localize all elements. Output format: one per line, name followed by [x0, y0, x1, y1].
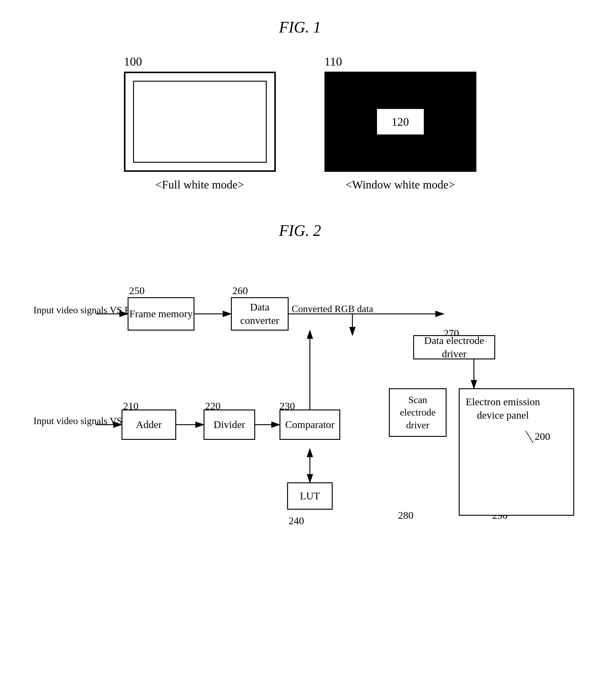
fig2-title: FIG. 2 [24, 222, 576, 240]
converted-rgb-label: Converted RGB data [292, 303, 373, 315]
window-white-caption: <Window white mode> [345, 178, 455, 191]
full-white-inner [133, 81, 267, 163]
ref-250: 250 [129, 285, 145, 297]
ref-110: 110 [325, 54, 342, 69]
fig1-container: 100 <Full white mode> 110 120 <Window wh… [24, 54, 576, 191]
svg-line-14 [526, 431, 533, 443]
divider-block: Divider [203, 409, 255, 440]
ref-260: 260 [233, 285, 248, 297]
fig1-title: FIG. 1 [24, 18, 576, 36]
frame-memory-block: Frame memory [127, 297, 194, 330]
full-white-box [124, 72, 276, 172]
scan-electrode-text: Scan electrode driver [400, 394, 435, 432]
full-white-caption: <Full white mode> [155, 178, 244, 191]
diagram-area: Input video signals VS R,G,B 250 Frame m… [24, 261, 576, 579]
electron-emission-block: Electron emission device panel [459, 388, 574, 516]
ref-200-slash [517, 428, 541, 446]
data-converter-block: Data converter [231, 297, 289, 330]
comparator-block: Comparator [280, 409, 340, 440]
ref-280: 280 [398, 510, 413, 521]
adder-block: Adder [121, 409, 176, 440]
fig2-section: FIG. 2 [24, 222, 576, 579]
fig1-item-full-white: 100 <Full white mode> [124, 54, 276, 191]
window-mode-box: 120 [325, 72, 476, 172]
ref-120: 120 [391, 115, 409, 128]
data-converter-text: Data converter [240, 301, 279, 327]
ref-100: 100 [124, 54, 142, 69]
window-inner-box: 120 [376, 108, 425, 135]
data-electrode-driver-block: Data electrode driver [413, 335, 495, 359]
page: FIG. 1 100 <Full white mode> 110 120 <Wi… [0, 0, 600, 700]
ref-240: 240 [289, 515, 304, 527]
fig1-item-window-white: 110 120 <Window white mode> [325, 54, 476, 191]
electron-emission-text: Electron emission device panel [466, 395, 540, 422]
lut-block: LUT [287, 482, 333, 510]
scan-electrode-driver-block: Scan electrode driver [389, 388, 447, 437]
